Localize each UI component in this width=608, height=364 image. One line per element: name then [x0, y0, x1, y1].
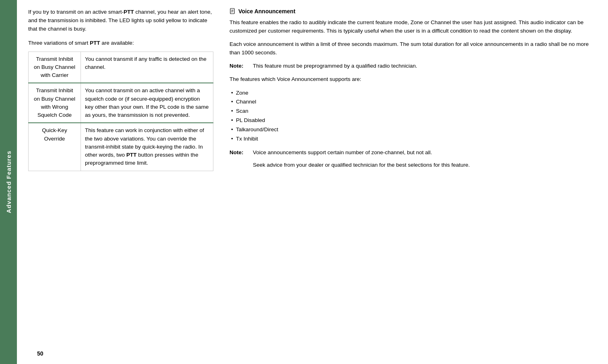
right-column: Voice Announcement This feature enables … — [225, 8, 597, 356]
variations-end: are available: — [100, 40, 134, 46]
note2-content-block: Voice announcements support certain numb… — [253, 149, 470, 170]
list-item: Tx Inhibit — [230, 134, 597, 144]
voice-announcement-para2: Each voice announcement is within a limi… — [230, 40, 597, 57]
note1-content: This feature must be preprogrammed by a … — [253, 62, 417, 70]
row3-desc: This feature can work in conjunction wit… — [81, 123, 213, 171]
row3-ptt-bold: PTT — [126, 152, 137, 158]
list-item: Scan — [230, 107, 597, 116]
section-heading-text: Voice Announcement — [238, 8, 296, 14]
note2-label: Note: — [230, 149, 249, 170]
table-row: Transmit Inhibit on Busy Channel with Ca… — [29, 52, 213, 83]
features-intro: The features which Voice Announcement su… — [230, 75, 597, 84]
list-item: Talkaround/Direct — [230, 125, 597, 134]
intro-text-before: If you try to transmit on an active smar… — [28, 9, 124, 15]
variations-intro-text: Three variations of smart — [28, 40, 90, 46]
row2-label: Transmit Inhibit on Busy Channel with Wr… — [29, 83, 81, 123]
ptt-bold-2: PTT — [90, 40, 100, 46]
row3-label: Quick-Key Override — [29, 123, 81, 171]
document-icon — [230, 8, 236, 14]
row1-label: Transmit Inhibit on Busy Channel with Ca… — [29, 52, 81, 83]
feature-list: Zone Channel Scan PL Disabled Talkaround… — [230, 89, 597, 144]
left-column: If you try to transmit on an active smar… — [28, 8, 213, 356]
table-row: Quick-Key Override This feature can work… — [29, 123, 213, 171]
row2-desc: You cannot transmit on an active channel… — [81, 83, 213, 123]
section-heading: Voice Announcement — [230, 8, 597, 14]
note2-content2: Seek advice from your dealer or qualifie… — [253, 161, 470, 170]
page-number: 50 — [37, 350, 43, 357]
row1-desc: You cannot transmit if any traffic is de… — [81, 52, 213, 83]
note-block-2: Note: Voice announcements support certai… — [230, 149, 597, 170]
list-item: Channel — [230, 97, 597, 107]
sidebar: Advanced Features — [0, 0, 17, 364]
intro-paragraph: If you try to transmit on an active smar… — [28, 8, 213, 33]
note1-label: Note: — [230, 62, 249, 70]
note-block-1: Note: This feature must be preprogrammed… — [230, 62, 597, 70]
sidebar-label: Advanced Features — [5, 151, 12, 213]
voice-announcement-para1: This feature enables the radio to audibl… — [230, 19, 597, 35]
note2-content1: Voice announcements support certain numb… — [253, 149, 470, 157]
table-row: Transmit Inhibit on Busy Channel with Wr… — [29, 83, 213, 123]
list-item: Zone — [230, 89, 597, 98]
ptt-bold-1: PTT — [124, 9, 134, 15]
variations-intro: Three variations of smart PTT are availa… — [28, 39, 213, 48]
smart-ptt-table: Transmit Inhibit on Busy Channel with Ca… — [28, 52, 213, 171]
list-item: PL Disabled — [230, 116, 597, 125]
